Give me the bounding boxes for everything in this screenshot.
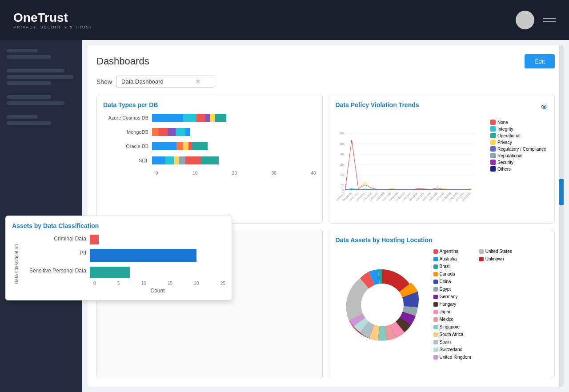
close-icon[interactable]: ✕ [196,78,200,85]
legend-mexico: Mexico [433,317,471,322]
menu-line-1 [543,18,556,19]
avatar[interactable] [516,11,534,29]
show-select[interactable]: Data Dashboard ✕ [116,76,214,88]
bar-seg-pii [90,249,196,262]
svg-text:40: 40 [340,152,344,156]
bar-seg [185,156,201,164]
bar-label: MongoDB [103,129,152,135]
bar-row-sql: SQL [103,156,316,164]
bar-label: Sensitive Personal Data [23,268,90,274]
svg-text:60: 60 [340,132,344,135]
legend-brazil: Brazil [433,264,471,269]
page-title: Dashboards [96,56,149,67]
bar-seg [165,156,174,164]
donut-chart [336,260,429,349]
menu-line-2 [543,21,556,22]
bar-seg-sensitive [90,267,130,278]
brand-subtitle: PRIVACY, SECURITY & TRUST [13,25,93,29]
sidebar-item[interactable] [7,95,51,99]
hamburger-menu[interactable] [543,18,556,22]
legend-unknown: Unknown [479,256,512,261]
legend-privacy: Privacy [490,140,548,145]
donut-layout: Argentina Australia Brazil Canada China … [336,249,549,361]
bar-seg [159,128,168,136]
legend-germany: Germany [433,294,471,299]
classification-bar-criminal: Criminal Data [23,235,225,243]
data-types-bar-chart: Azure Cosmos DB MongoDB [103,114,316,176]
bar-track [90,235,225,243]
bar-seg [185,128,190,136]
svg-text:30: 30 [340,163,344,166]
bar-seg [152,114,183,122]
data-types-per-db-panel: Data Types per DB Azure Cosmos DB [96,95,323,224]
sidebar-group-3 [7,95,76,105]
violation-trends-chart: 60 50 40 30 20 10 0 [336,117,487,206]
legend-security: Security [490,160,548,165]
bar-row-oracle: Oracle DB [103,142,316,150]
bar-seg [152,156,165,164]
bar-seg [179,156,185,164]
bar-row-mongodb: MongoDB [103,128,316,136]
x-axis-label: Count [23,288,225,294]
donut-legend: Argentina Australia Brazil Canada China … [433,249,512,361]
sidebar-group-2 [7,69,76,85]
nav-right [516,11,556,29]
bar-track [152,114,316,122]
bar-seg [210,114,215,122]
legend-integrity: Integrity [490,126,548,132]
legend-col-2: United States Unknown [479,249,512,361]
assets-by-classification-panel: Assets by Data Classification Data Class… [5,216,232,300]
bar-label: PII [23,250,90,256]
sidebar-group-1 [7,49,76,59]
violation-legend: None Integrity Operational Privacy Regul… [490,117,548,206]
svg-point-33 [361,284,404,326]
scrollbar-thumb[interactable] [559,179,564,205]
classification-bar-sensitive: Sensitive Personal Data [23,267,225,275]
donut-legend-row: Argentina Australia Brazil Canada China … [433,249,512,361]
brand-logo: OneTrust PRIVACY, SECURITY & TRUST [13,11,93,29]
svg-text:0: 0 [342,188,344,192]
svg-text:50: 50 [340,142,344,145]
bar-seg [183,142,188,150]
bar-seg [183,114,196,122]
bar-seg [152,128,159,136]
edit-button[interactable]: Edit [525,54,555,68]
violation-trends-title: Data Policy Violation Trends [336,101,419,108]
bar-label: Oracle DB [103,144,152,149]
sidebar-item[interactable] [7,55,51,59]
legend-us: United States [479,249,512,254]
legend-others: Others [490,166,548,172]
bar-seg [174,156,179,164]
legend-regulatory: Regulatory / Compliance [490,146,548,152]
legend-canada: Canada [433,272,471,276]
legend-spain: Spain [433,340,471,344]
bar-seg [168,128,176,136]
sidebar-item[interactable] [7,115,38,119]
sidebar-item[interactable] [7,121,51,125]
scrollbar[interactable] [559,45,564,387]
bar-track [152,128,316,136]
legend-reputational: Reputational [490,153,548,158]
bar-label: SQL [103,158,152,163]
bar-track [152,156,316,164]
sidebar-item[interactable] [7,69,64,72]
bar-track [90,249,225,257]
legend-none: None [490,120,548,125]
bar-seg [192,142,208,150]
classification-bar-pii: PII [23,249,225,257]
legend-singapore: Singapore [433,324,471,329]
sidebar-item[interactable] [7,49,38,52]
bar-label: Azure Cosmos DB [103,115,152,120]
brand-name: OneTrust [13,11,93,25]
sidebar-item[interactable] [7,75,73,79]
bar-seg [188,142,192,150]
bar-seg [201,156,219,164]
sidebar-item[interactable] [7,81,51,85]
show-label: Show [96,78,112,85]
legend-japan: Japan [433,309,471,314]
legend-uk: United Kingdom [433,355,471,360]
top-nav: OneTrust PRIVACY, SECURITY & TRUST [0,0,569,40]
bar-row-azure: Azure Cosmos DB [103,114,316,122]
eye-icon[interactable]: 👁 [541,104,548,112]
sidebar-item[interactable] [7,101,64,105]
